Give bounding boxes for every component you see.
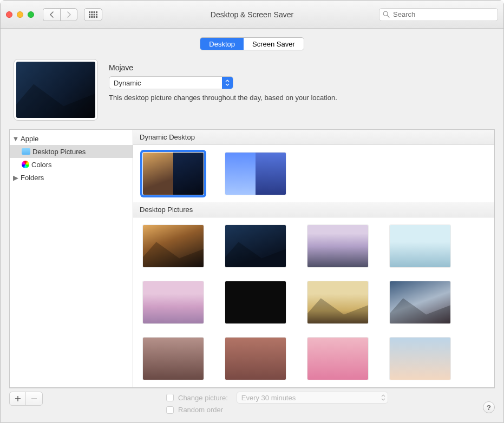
change-interval-value: Every 30 minutes: [241, 394, 296, 402]
picture-thumb[interactable]: [143, 338, 204, 380]
picture-thumb[interactable]: [307, 225, 368, 267]
picture-thumb[interactable]: [225, 225, 286, 267]
wallpaper-name: Mojave: [109, 63, 495, 72]
picture-thumb[interactable]: [143, 281, 204, 323]
tree-item-label: Colors: [31, 161, 52, 169]
maximize-button[interactable]: [28, 11, 34, 18]
disclosure-triangle-right-icon[interactable]: ▶: [13, 174, 18, 182]
svg-rect-0: [89, 11, 90, 13]
svg-line-13: [387, 15, 389, 17]
tree-item-desktop-pictures[interactable]: Desktop Pictures: [10, 145, 133, 158]
picture-thumb[interactable]: [390, 338, 450, 380]
stepper-arrows-icon: [222, 77, 233, 89]
picture-thumb[interactable]: [225, 338, 286, 380]
main-panel: ▼ Apple Desktop Pictures Colors ▶ Folder…: [9, 129, 495, 388]
svg-rect-2: [94, 11, 95, 13]
change-interval-select[interactable]: Every 30 minutes: [237, 392, 388, 404]
svg-rect-7: [96, 14, 97, 15]
disclosure-triangle-down-icon[interactable]: ▼: [13, 135, 18, 143]
random-order-checkbox[interactable]: [166, 406, 174, 414]
stepper-arrows-icon: [381, 394, 385, 401]
folder-icon: [22, 148, 30, 155]
svg-rect-5: [91, 14, 93, 15]
svg-rect-6: [94, 14, 95, 15]
remove-folder-button[interactable]: [26, 392, 42, 405]
help-icon: ?: [487, 404, 491, 412]
minus-icon: [31, 395, 37, 402]
picture-thumb[interactable]: [390, 225, 450, 267]
search-field[interactable]: [379, 8, 498, 21]
plus-icon: [15, 395, 21, 402]
random-order-label: Random order: [178, 406, 223, 414]
svg-rect-10: [94, 16, 95, 18]
wallpaper-mode-select[interactable]: Dynamic: [109, 76, 233, 89]
svg-rect-9: [91, 16, 93, 18]
svg-rect-1: [91, 11, 93, 13]
search-icon: [383, 11, 390, 18]
show-all-button[interactable]: [84, 8, 102, 21]
tree-group-label: Folders: [21, 174, 44, 182]
search-input[interactable]: [393, 10, 494, 18]
grid-icon: [89, 11, 97, 18]
svg-rect-4: [89, 14, 90, 15]
tree-group-folders[interactable]: ▶ Folders: [10, 171, 133, 184]
nav-buttons: [43, 8, 77, 21]
add-remove-controls: [9, 392, 43, 406]
wallpaper-mode-value: Dynamic: [114, 79, 141, 87]
change-picture-label: Change picture:: [178, 394, 228, 402]
tree-group-label: Apple: [21, 135, 38, 143]
svg-rect-11: [96, 16, 97, 18]
source-list: ▼ Apple Desktop Pictures Colors ▶ Folder…: [10, 130, 133, 387]
picture-thumb[interactable]: [307, 338, 368, 380]
window-controls: [6, 11, 34, 18]
section-desktop-pictures: Desktop Pictures: [133, 202, 494, 217]
tree-item-colors[interactable]: Colors: [10, 158, 133, 171]
svg-rect-8: [89, 16, 90, 18]
add-folder-button[interactable]: [10, 392, 26, 405]
dynamic-thumb-solar[interactable]: [225, 153, 286, 195]
picture-thumb[interactable]: [143, 225, 204, 267]
color-wheel-icon: [22, 161, 29, 168]
current-wallpaper-row: Mojave Dynamic This desktop picture chan…: [9, 59, 495, 121]
tab-switcher: Desktop Screen Saver: [200, 37, 304, 50]
picture-thumb[interactable]: [390, 281, 450, 323]
wallpaper-image: [16, 62, 95, 118]
wallpaper-gallery[interactable]: Dynamic Desktop Desktop Pictures: [133, 130, 494, 387]
chevron-right-icon: [67, 11, 71, 18]
body: Desktop Screen Saver Mojave Dynamic This…: [1, 29, 503, 422]
prefs-window: Desktop & Screen Saver Desktop Screen Sa…: [0, 0, 504, 423]
current-wallpaper-preview: [14, 59, 98, 121]
wallpaper-description: This desktop picture changes throughout …: [109, 94, 495, 102]
help-button[interactable]: ?: [483, 401, 495, 413]
tree-item-label: Desktop Pictures: [32, 148, 86, 156]
chevron-left-icon: [49, 11, 54, 18]
tab-screensaver[interactable]: Screen Saver: [244, 38, 304, 50]
svg-rect-3: [96, 11, 97, 13]
titlebar: Desktop & Screen Saver: [1, 1, 503, 29]
footer-options: Change picture: Every 30 minutes Random …: [166, 392, 388, 414]
footer: Change picture: Every 30 minutes Random …: [9, 388, 495, 414]
dynamic-thumb-mojave[interactable]: [143, 153, 204, 195]
change-picture-checkbox[interactable]: [166, 394, 174, 401]
tab-desktop[interactable]: Desktop: [200, 38, 244, 50]
picture-thumb[interactable]: [307, 281, 368, 323]
tree-group-apple[interactable]: ▼ Apple: [10, 132, 133, 145]
back-button[interactable]: [43, 8, 60, 21]
minimize-button[interactable]: [17, 11, 23, 18]
source-tree: ▼ Apple Desktop Pictures Colors ▶ Folder…: [10, 130, 133, 387]
close-button[interactable]: [6, 11, 12, 18]
picture-thumb[interactable]: [225, 281, 286, 323]
section-dynamic-desktop: Dynamic Desktop: [133, 130, 494, 145]
forward-button[interactable]: [60, 8, 77, 21]
